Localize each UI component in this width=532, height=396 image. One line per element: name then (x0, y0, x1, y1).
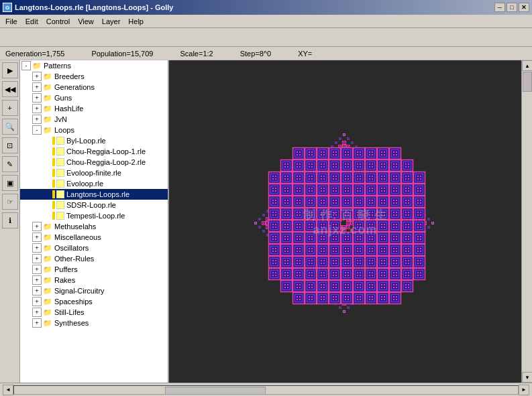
tree-label: Guns (54, 94, 72, 102)
statusbar: Generation=1,755 Population=15,709 Scale… (0, 47, 532, 60)
tree-item-still-lifes[interactable]: + 📁 Still-Lifes (20, 307, 168, 318)
tree-label: Still-Lifes (54, 308, 85, 316)
expand-other-rules[interactable]: + (32, 254, 42, 263)
expand-rakes[interactable]: + (32, 275, 42, 285)
tree-item-sdsr[interactable]: SDSR-Loop.rle (20, 200, 168, 210)
tree-item-rakes[interactable]: + 📁 Rakes (20, 275, 168, 285)
expand-hashlife[interactable]: + (32, 104, 42, 113)
scroll-right-button[interactable]: ► (519, 385, 529, 395)
expand-signal-circuitry[interactable]: + (32, 286, 42, 295)
expand-syntheses[interactable]: + (32, 318, 42, 328)
tree-item-chou2[interactable]: Chou-Reggia-Loop-2.rle (20, 157, 168, 168)
scroll-down-button[interactable]: ▼ (522, 372, 532, 383)
tree-label: Rakes (54, 276, 75, 284)
zoom-in-button[interactable]: + (2, 100, 18, 116)
left-toolbar: ▶◀◀+🔍⊡✎▣☞ℹ (0, 60, 20, 383)
play-button[interactable]: ▶ (2, 62, 18, 78)
menu-item-edit[interactable]: Edit (21, 16, 42, 27)
tree-item-jvn[interactable]: + 📁 JvN (20, 114, 168, 125)
expand-jvn[interactable]: + (32, 115, 42, 124)
horizontal-scrollbar[interactable]: ◄ ► (3, 385, 529, 395)
tree-label: Evoloop.rle (66, 180, 103, 188)
h-scroll-thumb[interactable] (165, 387, 266, 395)
tree-label: Syntheses (54, 319, 89, 327)
expand-breeders[interactable]: + (32, 72, 42, 81)
close-button[interactable]: ✕ (519, 3, 529, 12)
expand-generations[interactable]: + (32, 82, 42, 92)
tree-item-puffers[interactable]: + 📁 Puffers (20, 264, 168, 275)
tree-item-syntheses[interactable]: + 📁 Syntheses (20, 318, 168, 328)
tree-item-signal-circuitry[interactable]: + 📁 Signal-Circuitry (20, 285, 168, 296)
tree-label: Chou-Reggia-Loop-2.rle (66, 158, 146, 166)
expand-guns[interactable]: + (32, 93, 42, 103)
menu-item-layer[interactable]: Layer (98, 16, 125, 27)
menu-item-help[interactable]: Help (124, 16, 148, 27)
select-button[interactable]: ▣ (2, 175, 18, 191)
tree-item-evoloop[interactable]: Evoloop.rle (20, 178, 168, 189)
tree-panel[interactable]: - 📁 Patterns + 📁 Breeders + 📁 Generation… (20, 60, 169, 383)
tree-label: Generations (54, 83, 95, 91)
tree-label: Loops (54, 126, 74, 134)
zoom-out-button[interactable]: 🔍 (2, 119, 18, 135)
menu-item-view[interactable]: View (74, 16, 98, 27)
toolbar (0, 28, 532, 47)
expand-miscellaneous[interactable]: + (32, 233, 42, 242)
tree-root-patterns[interactable]: - 📁 Patterns (20, 60, 168, 71)
zoom-fit-button[interactable]: ⊡ (2, 137, 18, 153)
scroll-track[interactable] (522, 71, 532, 372)
right-scrollbar[interactable]: ▲ ▼ (521, 60, 532, 383)
tree-item-langtons[interactable]: Langtons-Loops.rle (20, 189, 168, 200)
pan-button[interactable]: ☞ (2, 194, 18, 210)
expand-patterns[interactable]: - (21, 61, 31, 70)
tree-item-other-rules[interactable]: + 📁 Other-Rules (20, 253, 168, 264)
tree-item-tempesti[interactable]: Tempesti-Loop.rle (20, 210, 168, 221)
tree-item-hashlife[interactable]: + 📁 HashLife (20, 103, 168, 114)
scale-label: Scale=1:2 (180, 50, 213, 58)
expand-methuselahs[interactable]: + (32, 222, 42, 231)
tree-label: Methuselahs (54, 222, 96, 230)
app-icon: G (3, 3, 12, 12)
tree-item-generations[interactable]: + 📁 Generations (20, 82, 168, 92)
tree-item-methuselahs[interactable]: + 📁 Methuselahs (20, 221, 168, 232)
draw-button[interactable]: ✎ (2, 156, 18, 172)
tree-label: Langtons-Loops.rle (66, 190, 129, 198)
scroll-left-button[interactable]: ◄ (3, 385, 13, 395)
info-button[interactable]: ℹ (2, 212, 18, 228)
scroll-thumb[interactable] (523, 72, 532, 92)
tree-item-breeders[interactable]: + 📁 Breeders (20, 71, 168, 82)
tree-label: Miscellaneous (54, 233, 101, 241)
titlebar-buttons[interactable]: ─ □ ✕ (494, 3, 529, 12)
tree-item-guns[interactable]: + 📁 Guns (20, 92, 168, 103)
h-scroll-track[interactable] (13, 385, 519, 395)
step-label: Step=8^0 (240, 50, 271, 58)
tree-item-chou1[interactable]: Chou-Reggia-Loop-1.rle (20, 146, 168, 157)
expand-oscillators[interactable]: + (32, 243, 42, 253)
tree-label: Tempesti-Loop.rle (66, 212, 125, 220)
tree-label: Evoloop-finite.rle (66, 169, 121, 177)
population-label: Population=15,709 (91, 50, 153, 58)
tree-item-spaceships[interactable]: + 📁 Spaceships (20, 296, 168, 307)
tree-item-miscellaneous[interactable]: + 📁 Miscellaneous (20, 232, 168, 243)
minimize-button[interactable]: ─ (494, 3, 505, 12)
menu-item-file[interactable]: File (1, 16, 21, 27)
tree-label: Other-Rules (54, 255, 94, 263)
tree-item-loops[interactable]: - 📁 Loops (20, 125, 168, 135)
tree-item-oscillators[interactable]: + 📁 Oscillators (20, 243, 168, 253)
tree-label: SDSR-Loop.rle (66, 201, 116, 209)
tree-item-evoloop-finite[interactable]: Evoloop-finite.rle (20, 168, 168, 178)
tree-label: Spaceships (54, 298, 93, 306)
expand-loops[interactable]: - (32, 125, 42, 135)
titlebar-title: Langtons-Loops.rle [Langtons-Loops] - Go… (15, 3, 173, 11)
scroll-up-button[interactable]: ▲ (522, 60, 532, 71)
expand-still-lifes[interactable]: + (32, 308, 42, 317)
canvas-area[interactable]: 制 作: 百 晓 生 anjxz.com (169, 60, 521, 383)
tree-item-byl-loop[interactable]: Byl-Loop.rle (20, 135, 168, 146)
expand-puffers[interactable]: + (32, 265, 42, 274)
tree-label: Breeders (54, 72, 85, 80)
expand-spaceships[interactable]: + (32, 297, 42, 306)
menubar: FileEditControlViewLayerHelp (0, 15, 532, 28)
restore-button[interactable]: □ (507, 3, 517, 12)
menu-item-control[interactable]: Control (42, 16, 74, 27)
tree-label: Byl-Loop.rle (66, 137, 106, 145)
step-back-button[interactable]: ◀◀ (2, 81, 18, 97)
